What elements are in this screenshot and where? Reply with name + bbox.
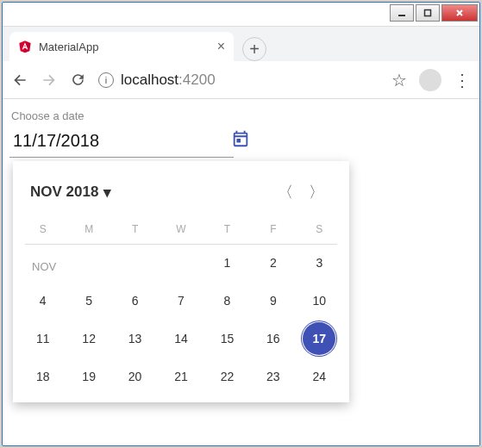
weekday-header: T bbox=[204, 216, 250, 242]
calendar-day-cell[interactable]: 23 bbox=[250, 358, 296, 395]
period-label: NOV 2018 bbox=[30, 184, 98, 201]
chevron-down-icon: ▾ bbox=[103, 184, 111, 202]
calendar-day-cell[interactable]: 22 bbox=[204, 358, 250, 395]
prev-month-button[interactable]: 〈 bbox=[270, 177, 301, 208]
calendar-week-row: 11121314151617 bbox=[20, 320, 342, 358]
calendar-grid: SMTWTFS NOV 1234567891011121314151617181… bbox=[20, 216, 342, 395]
calendar-day-cell[interactable]: 10 bbox=[297, 282, 342, 320]
forward-button[interactable] bbox=[41, 72, 58, 89]
calendar-day-cell[interactable]: 8 bbox=[204, 282, 250, 320]
weekday-header-row: SMTWTFS bbox=[20, 216, 342, 242]
browser-menu-icon[interactable]: ⋮ bbox=[454, 70, 471, 90]
date-field-label: Choose a date bbox=[11, 109, 474, 122]
calendar-day-cell[interactable]: 5 bbox=[66, 282, 111, 320]
calendar-cell-empty bbox=[112, 244, 158, 282]
calendar-cell-empty bbox=[20, 244, 66, 282]
svg-rect-1 bbox=[425, 10, 431, 16]
bookmark-icon[interactable]: ☆ bbox=[391, 70, 407, 90]
page-content: Choose a date NOV 2018 ▾ 〈 〉 SMTWTFS bbox=[3, 99, 479, 445]
browser-tab[interactable]: MaterialApp × bbox=[9, 32, 234, 61]
url-port: :4200 bbox=[178, 72, 216, 88]
calendar-day-cell[interactable]: 3 bbox=[297, 244, 342, 282]
window-minimize-button[interactable] bbox=[390, 4, 414, 22]
datepicker-popup: NOV 2018 ▾ 〈 〉 SMTWTFS NOV 1234567891011… bbox=[13, 161, 349, 402]
calendar-day-cell[interactable]: 24 bbox=[297, 358, 342, 395]
calendar-day-cell[interactable]: 12 bbox=[66, 320, 111, 358]
calendar-day-cell[interactable]: 2 bbox=[250, 244, 296, 282]
calendar-week-row: 123 bbox=[20, 244, 342, 282]
tab-strip: MaterialApp × + bbox=[3, 27, 479, 61]
weekday-header: W bbox=[158, 216, 203, 242]
back-button[interactable] bbox=[11, 72, 28, 89]
calendar-day-cell[interactable]: 18 bbox=[20, 358, 66, 395]
weekday-header: F bbox=[250, 216, 296, 242]
calendar-day-cell[interactable]: 7 bbox=[158, 282, 203, 320]
window-close-button[interactable] bbox=[441, 4, 478, 22]
weekday-header: T bbox=[112, 216, 158, 242]
calendar-cell-empty bbox=[66, 244, 111, 282]
tab-close-icon[interactable]: × bbox=[217, 39, 225, 54]
weekday-header: S bbox=[20, 216, 66, 242]
calendar-day-cell[interactable]: 14 bbox=[158, 320, 203, 358]
window-titlebar bbox=[3, 3, 479, 27]
reload-button[interactable] bbox=[70, 72, 86, 88]
datepicker-header: NOV 2018 ▾ 〈 〉 bbox=[20, 171, 342, 216]
calendar-day-cell[interactable]: 13 bbox=[112, 320, 158, 358]
calendar-day-cell[interactable]: 16 bbox=[250, 320, 296, 358]
calendar-day-cell[interactable]: 1 bbox=[204, 244, 250, 282]
calendar-day-cell[interactable]: 17 bbox=[297, 320, 342, 358]
calendar-week-row: 45678910 bbox=[20, 282, 342, 320]
url-host: localhost bbox=[121, 72, 178, 88]
calendar-day-cell[interactable]: 4 bbox=[20, 282, 66, 320]
profile-avatar[interactable] bbox=[419, 69, 441, 91]
weekday-header: M bbox=[66, 216, 111, 242]
calendar-day-cell[interactable]: 21 bbox=[158, 358, 203, 395]
date-input[interactable] bbox=[13, 131, 231, 151]
calendar-cell-empty bbox=[158, 244, 203, 282]
site-info-icon[interactable]: i bbox=[98, 72, 114, 88]
calendar-week-row: 18192021222324 bbox=[20, 358, 342, 395]
calendar-day-cell[interactable]: 15 bbox=[204, 320, 250, 358]
period-button[interactable]: NOV 2018 ▾ bbox=[30, 184, 111, 202]
calendar-day-cell[interactable]: 9 bbox=[250, 282, 296, 320]
window-maximize-button[interactable] bbox=[416, 4, 440, 22]
calendar-day-cell[interactable]: 6 bbox=[112, 282, 158, 320]
calendar-day-cell[interactable]: 11 bbox=[20, 320, 66, 358]
address-bar: i localhost:4200 ☆ ⋮ bbox=[3, 61, 479, 99]
browser-window: MaterialApp × + i localhost:4200 ☆ ⋮ Cho… bbox=[2, 2, 480, 446]
new-tab-button[interactable]: + bbox=[242, 37, 266, 61]
tab-title: MaterialApp bbox=[39, 40, 210, 53]
calendar-day-cell[interactable]: 19 bbox=[66, 358, 111, 395]
angular-icon bbox=[18, 40, 32, 53]
calendar-toggle-icon[interactable] bbox=[231, 129, 250, 152]
next-month-button[interactable]: 〉 bbox=[301, 177, 332, 208]
weekday-header: S bbox=[297, 216, 342, 242]
url-field[interactable]: i localhost:4200 bbox=[98, 72, 379, 89]
date-input-row bbox=[9, 126, 234, 158]
calendar-day-cell[interactable]: 20 bbox=[112, 358, 158, 395]
